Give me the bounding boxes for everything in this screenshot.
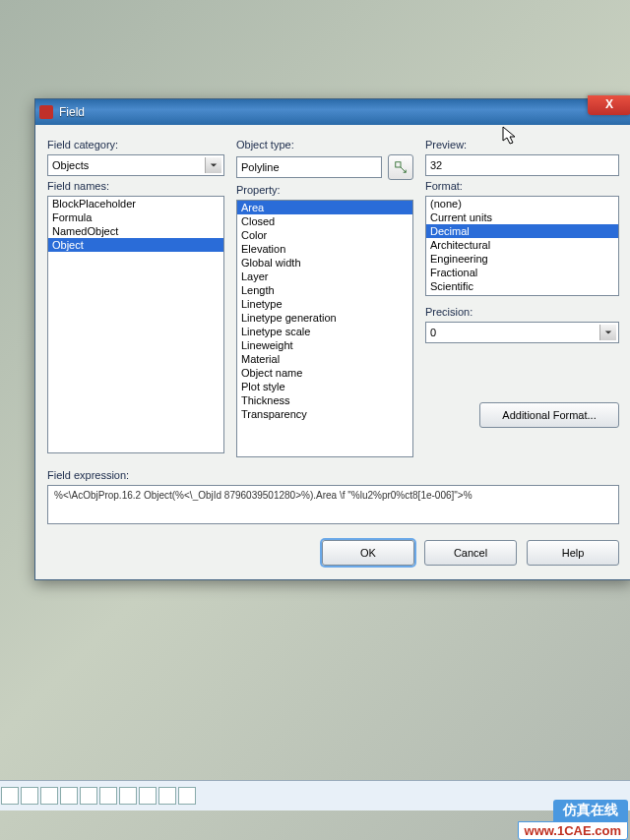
field-expression-label: Field expression:: [47, 469, 619, 481]
list-item[interactable]: Linetype scale: [237, 325, 412, 338]
toolbar-cell[interactable]: [119, 787, 137, 805]
precision-label: Precision:: [425, 306, 619, 318]
help-button[interactable]: Help: [527, 540, 619, 566]
watermark: 仿真在线 www.1CAE.com: [518, 800, 628, 840]
field-names-list[interactable]: BlockPlaceholder Formula NamedObject Obj…: [47, 196, 224, 453]
field-category-value: Objects: [52, 159, 89, 171]
additional-format-button[interactable]: Additional Format...: [479, 402, 619, 428]
toolbar-cell[interactable]: [80, 787, 97, 805]
list-item[interactable]: Scientific: [426, 279, 618, 293]
field-dialog: Field X Field category: Objects Field na…: [34, 98, 630, 580]
list-item[interactable]: Plot style: [237, 380, 412, 393]
pick-object-icon: [394, 160, 408, 174]
list-item-selected[interactable]: Decimal: [426, 224, 618, 238]
toolbar-cell[interactable]: [60, 787, 78, 805]
list-item[interactable]: (none): [426, 197, 618, 210]
list-item[interactable]: NamedObject: [48, 224, 223, 238]
list-item[interactable]: Elevation: [237, 242, 412, 256]
list-item[interactable]: BlockPlaceholder: [48, 197, 223, 210]
list-item[interactable]: Thickness: [237, 393, 412, 407]
list-item[interactable]: Closed: [237, 214, 412, 228]
list-item[interactable]: Layer: [237, 270, 412, 283]
list-item[interactable]: Length: [237, 283, 412, 297]
preview-value: 32: [430, 159, 442, 171]
toolbar-cell[interactable]: [21, 787, 38, 805]
list-item[interactable]: Formula: [48, 210, 223, 224]
ok-button[interactable]: OK: [322, 540, 414, 566]
preview-label: Preview:: [425, 139, 619, 150]
preview-field: 32: [425, 154, 619, 176]
svg-rect-0: [396, 162, 401, 167]
format-label: Format:: [425, 180, 619, 192]
field-category-dropdown[interactable]: Objects: [47, 154, 224, 176]
chevron-down-icon: [599, 325, 616, 340]
cancel-button[interactable]: Cancel: [424, 540, 517, 566]
list-item-selected[interactable]: Object: [48, 238, 223, 252]
toolbar-cell[interactable]: [99, 787, 117, 805]
select-object-button[interactable]: [388, 154, 413, 180]
property-list[interactable]: Area Closed Color Elevation Global width…: [236, 200, 413, 457]
app-icon: [39, 105, 53, 119]
list-item[interactable]: Transparency: [237, 407, 412, 421]
list-item-selected[interactable]: Area: [237, 201, 412, 214]
list-item[interactable]: Linetype: [237, 297, 412, 311]
object-type-field[interactable]: Polyline: [236, 156, 382, 178]
list-item[interactable]: Current units: [426, 210, 618, 224]
watermark-url: www.1CAE.com: [518, 821, 628, 840]
precision-value: 0: [430, 327, 436, 338]
format-list[interactable]: (none) Current units Decimal Architectur…: [425, 196, 619, 296]
list-item[interactable]: Fractional: [426, 266, 618, 279]
close-button[interactable]: X: [588, 95, 630, 115]
chevron-down-icon: [205, 157, 221, 173]
toolbar-cell[interactable]: [139, 787, 157, 805]
toolbar-cell[interactable]: [178, 787, 196, 805]
titlebar[interactable]: Field X: [35, 99, 630, 125]
list-item[interactable]: Linetype generation: [237, 311, 412, 325]
toolbar-cell[interactable]: [1, 787, 19, 805]
watermark-text: 仿真在线: [553, 800, 628, 821]
object-type-label: Object type:: [236, 139, 413, 150]
precision-dropdown[interactable]: 0: [425, 322, 619, 343]
field-names-label: Field names:: [47, 180, 224, 192]
list-item[interactable]: Engineering: [426, 252, 618, 266]
list-item[interactable]: Object name: [237, 366, 412, 380]
dialog-footer: OK Cancel Help: [47, 540, 619, 566]
field-category-label: Field category:: [47, 139, 224, 150]
list-item[interactable]: Lineweight: [237, 338, 412, 352]
field-expression-box: %<\AcObjProp.16.2 Object(%<\_ObjId 87960…: [47, 485, 619, 524]
list-item[interactable]: Material: [237, 352, 412, 366]
list-item[interactable]: Architectural: [426, 238, 618, 252]
window-title: Field: [59, 105, 627, 119]
list-item[interactable]: Color: [237, 228, 412, 242]
toolbar-cell[interactable]: [158, 787, 176, 805]
property-label: Property:: [236, 184, 413, 196]
object-type-value: Polyline: [241, 161, 280, 173]
toolbar-cell[interactable]: [40, 787, 58, 805]
field-expression-value: %<\AcObjProp.16.2 Object(%<\_ObjId 87960…: [54, 490, 472, 501]
list-item[interactable]: Global width: [237, 256, 412, 270]
dialog-content: Field category: Objects Field names: Blo…: [35, 125, 630, 579]
